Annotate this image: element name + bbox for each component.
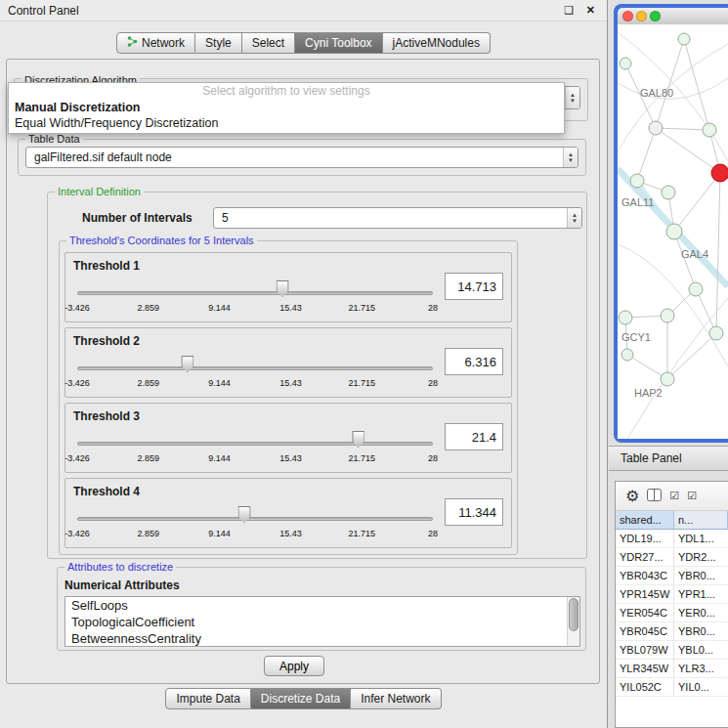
network-node[interactable]: [711, 164, 728, 182]
combo-stepper-icon[interactable]: ▲▼: [567, 208, 581, 228]
table-row[interactable]: YBR045CYBR0...: [616, 622, 728, 641]
table-row[interactable]: YLR345WYLR3...: [616, 660, 728, 678]
threshold-slider[interactable]: -3.4262.8599.14415.4321.71528: [77, 504, 433, 545]
tick-label: 2.859: [138, 529, 160, 538]
network-node[interactable]: [666, 224, 682, 239]
close-icon[interactable]: ✕: [586, 4, 595, 17]
list-item[interactable]: BetweennessCentrality: [65, 630, 579, 647]
bottom-tab-bar: Impute DataDiscretize DataInfer Network: [0, 688, 607, 709]
network-canvas[interactable]: GAL80GAL11GAL4GCY1HAP2: [618, 24, 728, 439]
tick-label: 2.859: [138, 303, 160, 313]
tab-cyni-toolbox[interactable]: Cyni Toolbox: [295, 32, 382, 54]
threshold-value-field[interactable]: 21.4: [445, 423, 503, 450]
tick-label: 15.43: [279, 378, 302, 388]
apply-button[interactable]: Apply: [264, 656, 324, 676]
tick-label: 9.144: [208, 529, 231, 538]
network-node[interactable]: [620, 58, 631, 69]
number-of-intervals-combobox[interactable]: 5 ▲▼: [213, 207, 582, 229]
table-cell: YBL079W: [616, 641, 674, 659]
table-row[interactable]: YIL052CYIL0...: [616, 678, 728, 697]
tick-label: 9.144: [208, 453, 231, 463]
zoom-button[interactable]: [650, 11, 661, 21]
slider-track: [77, 366, 433, 370]
network-graph[interactable]: GAL80GAL11GAL4GCY1HAP2: [618, 24, 728, 439]
columns-icon[interactable]: [647, 489, 662, 504]
table-cell: YBR043C: [616, 567, 674, 584]
gear-icon[interactable]: ⚙: [625, 489, 639, 504]
table-row[interactable]: YBR043CYBR0...: [616, 567, 728, 585]
threshold-slider[interactable]: -3.4262.8599.14415.4321.71528: [77, 429, 433, 470]
table-cell: YER0...: [674, 604, 728, 621]
network-node[interactable]: [621, 349, 633, 361]
network-node[interactable]: [649, 121, 663, 135]
algorithm-popup-list: Manual DiscretizationEqual Width/Frequen…: [9, 100, 564, 131]
threshold-label: Threshold 4: [73, 485, 140, 498]
control-panel: Control Panel ❑ ✕ NetworkStyleSelectCyni…: [0, 0, 608, 728]
tab-network[interactable]: Network: [116, 32, 195, 54]
interval-definition-title: Interval Definition: [55, 186, 144, 197]
combo-stepper-icon[interactable]: ▲▼: [563, 148, 578, 167]
table-cell: YDR27...: [616, 548, 674, 566]
close-button[interactable]: [622, 11, 633, 21]
combo-stepper-icon[interactable]: ▲▼: [565, 87, 579, 108]
tab-jactivemnodules[interactable]: jActiveMNodules: [383, 32, 491, 54]
top-tab-bar: NetworkStyleSelectCyni ToolboxjActiveMNo…: [0, 32, 607, 54]
scrollbar-thumb[interactable]: [569, 598, 578, 631]
tick-label: 9.144: [208, 303, 231, 313]
table-row[interactable]: YPR145WYPR1...: [616, 585, 728, 604]
threshold-value-field[interactable]: 14.713: [445, 273, 503, 300]
slider-ticks: -3.4262.8599.14415.4321.71528: [77, 529, 433, 540]
column-header-shared[interactable]: shared...: [616, 511, 674, 530]
table-row[interactable]: YDL19...YDL1...: [616, 530, 728, 548]
table-cell: YPR145W: [616, 585, 674, 603]
tick-label: 2.859: [138, 378, 160, 388]
select-all-icon[interactable]: ☑: [669, 491, 679, 501]
right-pane: GAL80GAL11GAL4GCY1HAP2 Table Panel ⚙☑☑ s…: [609, 0, 728, 728]
slider-ticks: -3.4262.8599.14415.4321.71528: [77, 378, 433, 390]
tab-label: Select: [252, 36, 284, 50]
network-node[interactable]: [661, 372, 674, 386]
thresholds-group-title: Threshold's Coordinates for 5 Intervals: [66, 235, 257, 246]
table-cell: YIL0...: [674, 678, 728, 696]
tab-select[interactable]: Select: [242, 32, 295, 54]
threshold-value-field[interactable]: 11.344: [445, 498, 503, 526]
tab-style[interactable]: Style: [195, 32, 242, 54]
table-cell: YPR1...: [674, 585, 728, 603]
list-scrollbar[interactable]: [567, 597, 579, 646]
network-node[interactable]: [678, 33, 690, 45]
tab-label: Network: [142, 36, 185, 50]
tab-discretize-data[interactable]: Discretize Data: [251, 688, 351, 709]
numerical-attributes-list: SelfLoopsTopologicalCoefficientBetweenne…: [65, 597, 579, 647]
node-label: GAL11: [621, 196, 654, 208]
table-toolbar: ⚙☑☑: [616, 482, 728, 511]
table-row[interactable]: YDR27...YDR2...: [616, 548, 728, 567]
threshold-value-field[interactable]: 6.316: [445, 348, 503, 375]
column-header-name[interactable]: n...: [674, 511, 728, 530]
tick-label: 9.144: [208, 378, 231, 388]
list-item[interactable]: TopologicalCoefficient: [65, 614, 579, 630]
threshold-slider[interactable]: -3.4262.8599.14415.4321.71528: [77, 354, 433, 395]
network-node[interactable]: [709, 326, 723, 340]
slider-ticks: -3.4262.8599.14415.4321.71528: [77, 453, 433, 465]
algorithm-option[interactable]: Manual Discretization: [9, 100, 564, 115]
table-panel-title: Table Panel: [621, 451, 682, 465]
float-window-icon[interactable]: ❑: [564, 4, 574, 17]
network-node[interactable]: [661, 309, 674, 322]
threshold-slider[interactable]: -3.4262.8599.14415.4321.71528: [77, 278, 433, 320]
network-node[interactable]: [662, 186, 675, 199]
select-none-icon[interactable]: ☑: [687, 491, 697, 501]
control-panel-titlebar: Control Panel ❑ ✕: [0, 0, 607, 21]
list-item[interactable]: SelfLoops: [65, 597, 579, 614]
network-node[interactable]: [630, 174, 644, 188]
table-row[interactable]: YBL079WYBL0...: [616, 641, 728, 660]
algorithm-option[interactable]: Equal Width/Frequency Discretization: [9, 115, 564, 131]
table-row[interactable]: YER054CYER0...: [616, 604, 728, 622]
minimize-button[interactable]: [636, 11, 647, 21]
network-node[interactable]: [619, 311, 632, 324]
slider-track: [77, 517, 433, 521]
network-node[interactable]: [703, 123, 716, 137]
tab-impute-data[interactable]: Impute Data: [165, 688, 250, 709]
table-data-combobox[interactable]: galFiltered.sif default node ▲▼: [25, 147, 578, 168]
network-node[interactable]: [689, 282, 703, 296]
tab-infer-network[interactable]: Infer Network: [351, 688, 441, 709]
